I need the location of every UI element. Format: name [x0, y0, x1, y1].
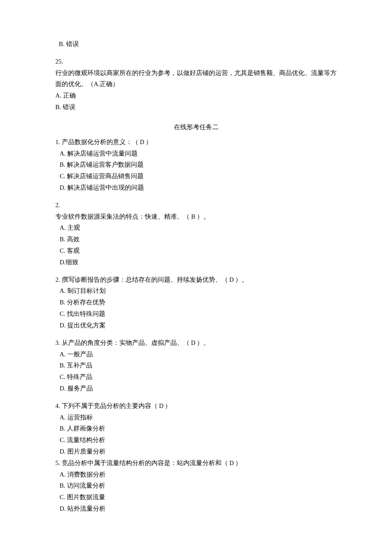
question-stem: 5. 竞品分析中属于流量结构分析的内容是：站内流量分析和（ D ） — [55, 457, 337, 469]
option-a: A. 制订目标计划 — [55, 285, 337, 297]
option-b: B. 分析存在优势 — [55, 297, 337, 308]
s2-question-2b: 2. 撰写诊断报告的步骤：总结存在的问题、持续发扬优势、（ D ）。 A. 制订… — [55, 274, 337, 331]
option-b: B. 错误 — [55, 38, 337, 50]
option-c: C. 找出特殊问题 — [55, 308, 337, 320]
option-b: B. 互补产品 — [55, 360, 337, 371]
option-d: D.细致 — [55, 257, 337, 268]
s2-question-4: 4. 下列不属于竞品分析的主要内容（ D ） A. 运营指标 B. 人群画像分析… — [55, 400, 337, 457]
question-stem: 行业的微观环境以商家所在的行业为参考，以做好店铺的运营，尤其是销售额、商品优化、… — [55, 67, 337, 90]
s2-question-1: 1. 产品数据化分析的意义：（ D ） A. 解决店铺运营中流量问题 B. 解决… — [55, 136, 337, 194]
option-d: D. 站外流量分析 — [55, 503, 337, 515]
option-a: A. 主观 — [55, 222, 337, 234]
option-d: D. 解决店铺运营中出现的问题 — [55, 182, 337, 194]
option-d: D. 提出优化方案 — [55, 320, 337, 331]
option-b: B. 访问流量分析 — [55, 480, 337, 491]
option-c: C. 流量结构分析 — [55, 434, 337, 446]
option-a: A. 正确 — [55, 90, 337, 101]
question-stem: 3. 从产品的角度分类：实物产品、虚拟产品、（ D ）。 — [55, 337, 337, 349]
s2-question-2a: 2. 专业软件数据源采集法的特点：快速、精准、（ B ）。 A. 主观 B. 高… — [55, 199, 337, 268]
option-a: A. 解决店铺运营中流量问题 — [55, 148, 337, 159]
option-a: A. 消费数据分析 — [55, 469, 337, 480]
s2-question-5: 5. 竞品分析中属于流量结构分析的内容是：站内流量分析和（ D ） A. 消费数… — [55, 457, 337, 515]
option-d: D. 服务产品 — [55, 383, 337, 394]
option-c: C. 解决店铺运营商品销售问题 — [55, 171, 337, 182]
question-number: 25. — [55, 56, 337, 67]
question-stem: 2. 撰写诊断报告的步骤：总结存在的问题、持续发扬优势、（ D ）。 — [55, 274, 337, 286]
option-c: C. 客观 — [55, 245, 337, 257]
option-c: C. 图片数据流量 — [55, 491, 337, 503]
document-page: B. 错误 25. 行业的微观环境以商家所在的行业为参考，以做好店铺的运营，尤其… — [0, 0, 392, 546]
option-b: B. 人群画像分析 — [55, 423, 337, 434]
question-25: 25. 行业的微观环境以商家所在的行业为参考，以做好店铺的运营，尤其是销售额、商… — [55, 56, 337, 113]
option-b: B. 高效 — [55, 234, 337, 245]
s2-question-3: 3. 从产品的角度分类：实物产品、虚拟产品、（ D ）。 A. 一般产品 B. … — [55, 337, 337, 394]
question-number: 2. — [55, 199, 337, 211]
section-title: 在线形考任务二 — [55, 121, 337, 133]
option-d: D. 图片质量分析 — [55, 446, 337, 457]
option-a: A. 一般产品 — [55, 349, 337, 360]
option-a: A. 运营指标 — [55, 412, 337, 423]
question-stem: 4. 下列不属于竞品分析的主要内容（ D ） — [55, 400, 337, 412]
question-stem: 1. 产品数据化分析的意义：（ D ） — [55, 136, 337, 148]
option-b: B. 解决店铺运营客户数据问题 — [55, 159, 337, 171]
question-24-fragment: B. 错误 — [55, 38, 337, 50]
option-b: B. 错误 — [55, 101, 337, 113]
question-stem: 专业软件数据源采集法的特点：快速、精准、（ B ）。 — [55, 211, 337, 223]
option-c: C. 特殊产品 — [55, 371, 337, 383]
